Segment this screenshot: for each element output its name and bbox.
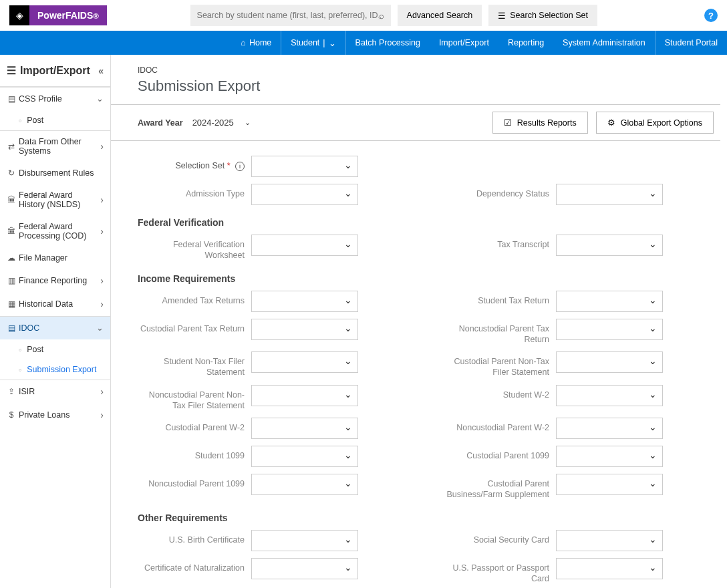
sidebar: ☰ Import/Export ▤CSS Profile Post ⇄Data …	[0, 55, 111, 588]
ss-card-select[interactable]	[556, 530, 663, 551]
student-w2-select[interactable]	[556, 385, 663, 406]
sidebar-item-disbursement[interactable]: ↻Disbursement Rules	[0, 162, 110, 184]
student-1099-label: Student 1099	[138, 446, 251, 461]
section-income: Income Requirements	[138, 273, 720, 284]
bank-icon: 🏛	[7, 227, 16, 236]
nav-sysadmin[interactable]: System Administration	[553, 31, 655, 55]
nav-import-export[interactable]: Import/Export	[430, 31, 498, 55]
student-tax-select[interactable]	[556, 291, 663, 312]
cust-nontax-select[interactable]	[556, 351, 663, 373]
nav-reporting[interactable]: Reporting	[498, 31, 553, 55]
home-icon: ⌂	[241, 38, 246, 47]
chart-icon: ▦	[7, 299, 16, 309]
passport-label: U.S. Passport or Passport Card	[442, 558, 556, 585]
chevron-right-icon	[100, 226, 104, 237]
search-input[interactable]	[197, 11, 379, 20]
nav-batch[interactable]: Batch Processing	[346, 31, 430, 55]
noncust-w2-select[interactable]	[556, 418, 663, 439]
results-reports-button[interactable]: ☑Results Reports	[492, 112, 588, 134]
noncust-parent-tax-select[interactable]	[556, 319, 663, 340]
nav-portal[interactable]: Student Portal	[655, 31, 727, 55]
sidebar-title: ☰ Import/Export	[0, 55, 110, 87]
list-icon: ☰	[498, 11, 506, 21]
info-icon[interactable]: i	[235, 162, 245, 171]
brand-logo[interactable]: ◈ PowerFAIDS®	[9, 5, 107, 25]
help-icon[interactable]: ?	[704, 9, 718, 22]
tax-transcript-label: Tax Transcript	[442, 235, 556, 250]
chevron-right-icon	[100, 386, 104, 397]
main-content: IDOC Submission Export Award Year 2024-2…	[111, 55, 727, 588]
advanced-search-button[interactable]: Advanced Search	[398, 5, 482, 26]
chevron-down-icon	[96, 94, 104, 104]
award-year-dropdown[interactable]: ⌄	[241, 118, 255, 127]
upload-icon: ⇪	[7, 387, 16, 396]
sidebar-item-idoc[interactable]: ▤IDOC	[0, 316, 110, 339]
selection-set-label: Selection Set * i	[138, 156, 251, 171]
chevron-right-icon	[100, 410, 104, 420]
noncust-w2-label: Noncustodial Parent W-2	[442, 418, 556, 433]
sidebar-item-finance[interactable]: ▥Finance Reporting	[0, 269, 110, 293]
student-tax-label: Student Tax Return	[442, 291, 556, 306]
award-year-value: 2024-2025	[192, 118, 234, 128]
tax-transcript-select[interactable]	[556, 235, 663, 256]
cust-w2-label: Custodial Parent W-2	[138, 418, 251, 433]
nav-home[interactable]: ⌂Home	[231, 31, 281, 55]
noncust-1099-select[interactable]	[251, 474, 358, 495]
cust-parent-tax-select[interactable]	[251, 319, 358, 340]
sidebar-sub-css-post[interactable]: Post	[0, 110, 110, 130]
cert-nat-select[interactable]	[251, 558, 358, 579]
shield-icon: ◈	[9, 5, 29, 25]
sidebar-item-nslds[interactable]: 🏛Federal Award History (NSLDS)	[0, 184, 110, 216]
cust-w2-select[interactable]	[251, 418, 358, 439]
doc-icon: ▤	[7, 94, 16, 104]
birth-cert-select[interactable]	[251, 530, 358, 551]
nav-student[interactable]: Student | ⌄	[281, 31, 345, 55]
student-nontax-select[interactable]	[251, 351, 358, 373]
fed-ver-worksheet-select[interactable]	[251, 235, 358, 256]
sidebar-sub-submission-export[interactable]: Submission Export	[0, 359, 110, 380]
student-1099-select[interactable]	[251, 446, 358, 467]
sidebar-item-file-manager[interactable]: ☁File Manager	[0, 247, 110, 269]
cloud-icon: ☁	[7, 253, 16, 263]
search-selection-set-button[interactable]: ☰Search Selection Set	[488, 5, 597, 26]
passport-select[interactable]	[556, 558, 663, 579]
birth-cert-label: U.S. Birth Certificate	[138, 530, 251, 545]
noncust-nontax-label: Noncustodial Parent Non-Tax Filer Statem…	[138, 385, 251, 412]
sidebar-item-isir[interactable]: ⇪ISIR	[0, 380, 110, 404]
cust-1099-select[interactable]	[556, 446, 663, 467]
admission-type-label: Admission Type	[138, 184, 251, 199]
section-federal-verification: Federal Verification	[138, 217, 720, 228]
collapse-icon[interactable]	[98, 65, 104, 77]
amended-tax-select[interactable]	[251, 291, 358, 312]
global-search[interactable]: ⌕	[190, 5, 391, 26]
dollar-icon: $	[7, 410, 16, 420]
dependency-status-select[interactable]	[556, 184, 663, 205]
person-icon: ☰	[7, 64, 16, 77]
chevron-down-icon: ⌄	[329, 38, 336, 48]
sidebar-item-data-from-other[interactable]: ⇄Data From Other Systems	[0, 130, 110, 162]
cust-bizfarm-select[interactable]	[556, 474, 663, 495]
noncust-nontax-select[interactable]	[251, 385, 358, 406]
student-nontax-label: Student Non-Tax Filer Statement	[138, 351, 251, 378]
dependency-status-label: Dependency Status	[442, 184, 556, 199]
global-export-options-button[interactable]: ⚙Global Export Options	[596, 112, 714, 134]
cust-1099-label: Custodial Parent 1099	[442, 446, 556, 461]
sidebar-item-cod[interactable]: 🏛Federal Award Processing (COD)	[0, 216, 110, 247]
admission-type-select[interactable]	[251, 184, 358, 205]
cust-parent-tax-label: Custodial Parent Tax Return	[138, 319, 251, 334]
section-other: Other Requirements	[138, 512, 720, 523]
sidebar-sub-idoc-post[interactable]: Post	[0, 339, 110, 359]
chevron-right-icon	[100, 194, 104, 205]
gear-icon: ⚙	[607, 118, 615, 128]
chevron-down-icon	[96, 323, 104, 333]
sidebar-item-historical[interactable]: ▦Historical Data	[0, 293, 110, 316]
cust-nontax-label: Custodial Parent Non-Tax Filer Statement	[442, 351, 556, 378]
fed-ver-worksheet-label: Federal Verification Worksheet	[138, 235, 251, 261]
ss-card-label: Social Security Card	[442, 530, 556, 545]
sidebar-item-css-profile[interactable]: ▤CSS Profile	[0, 87, 110, 110]
search-icon[interactable]: ⌕	[379, 11, 384, 21]
amended-tax-label: Amended Tax Returns	[138, 291, 251, 306]
sidebar-item-private-loans[interactable]: $Private Loans	[0, 404, 110, 427]
selection-set-select[interactable]	[251, 156, 358, 177]
cust-bizfarm-label: Custodial Parent Business/Farm Supplemen…	[442, 474, 556, 500]
